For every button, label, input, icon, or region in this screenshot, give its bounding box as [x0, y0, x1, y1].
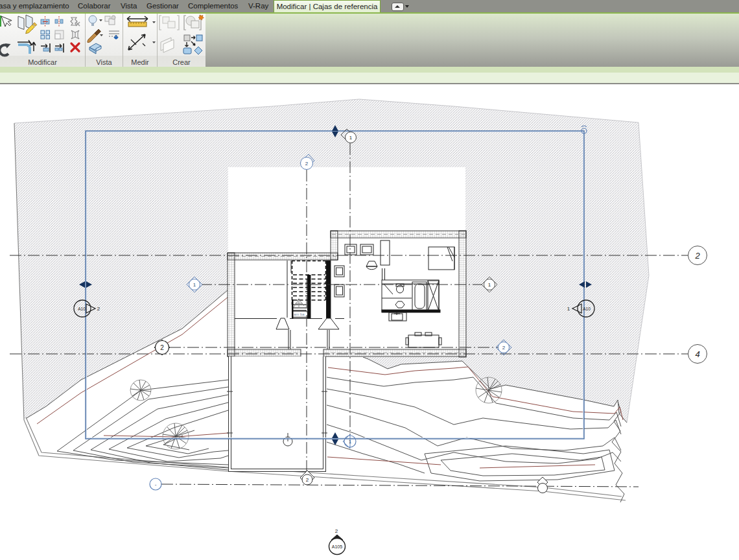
svg-text:1: 1 [488, 282, 491, 288]
svg-text:1: 1 [349, 135, 353, 141]
svg-text:2: 2 [502, 345, 506, 351]
svg-text:1: 1 [349, 439, 352, 445]
svg-text:2: 2 [97, 306, 100, 312]
svg-text:-: - [155, 482, 157, 487]
svg-text:2: 2 [694, 251, 700, 261]
svg-text:am ba: am ba [294, 312, 305, 316]
svg-text:A105: A105 [332, 544, 342, 549]
svg-text:1: 1 [193, 282, 196, 288]
svg-text:A10: A10 [78, 307, 86, 311]
svg-text:2: 2 [160, 344, 164, 351]
svg-text:A10: A10 [583, 307, 591, 311]
svg-text:4: 4 [695, 349, 699, 359]
svg-text:1: 1 [567, 306, 570, 312]
svg-text:2: 2 [335, 528, 338, 534]
svg-text:2: 2 [305, 161, 309, 167]
svg-text:2: 2 [306, 477, 309, 483]
